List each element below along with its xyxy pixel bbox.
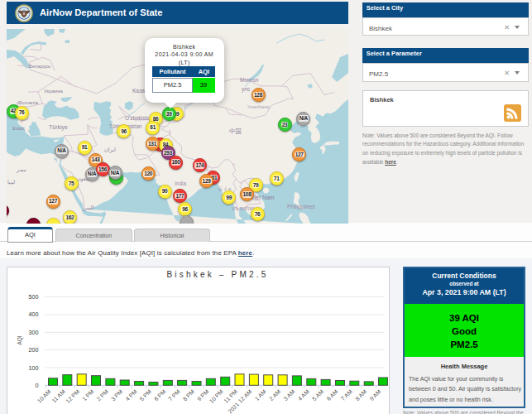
svg-text:4 PM: 4 PM [124,388,138,402]
svg-text:0: 0 [36,382,39,389]
svg-text:Монгол: Монгол [240,77,258,83]
svg-text:Romania: Romania [18,100,39,105]
svg-text:5 PM: 5 PM [139,388,153,402]
svg-text:500: 500 [29,293,39,301]
svg-text:Ελλάς: Ελλάς [12,126,25,131]
svg-text:10 AM: 10 AM [36,388,52,404]
svg-text:100: 100 [29,364,39,372]
svg-text:India: India [175,181,186,186]
svg-text:2 AM: 2 AM [268,388,281,402]
svg-text:11 AM: 11 AM [50,388,66,404]
svg-text:улс: улс [242,86,251,93]
svg-text:300: 300 [29,329,39,336]
svg-text:ليبيا: ليبيا [7,180,15,185]
svg-text:1 PM: 1 PM [81,388,95,402]
svg-text:6 AM: 6 AM [325,388,338,402]
svg-text:AQI: AQI [17,335,23,344]
svg-text:Philippines: Philippines [287,204,315,210]
svg-text:6 PM: 6 PM [153,388,167,402]
svg-text:Bishkek – PM2.5: Bishkek – PM2.5 [166,270,268,279]
svg-text:5 AM: 5 AM [311,388,324,402]
svg-text:12 PM: 12 PM [65,388,80,404]
svg-text:Türkiye: Türkiye [49,124,68,131]
svg-text:中国: 中国 [229,128,242,135]
svg-text:200: 200 [29,346,39,354]
svg-text:مصر: مصر [16,167,26,173]
svg-text:4 AM: 4 AM [297,388,310,402]
svg-text:9 AM: 9 AM [368,388,381,402]
svg-text:Украина: Украина [44,89,64,94]
svg-text:اليمن: اليمن [83,205,94,211]
svg-text:1 AM: 1 AM [254,388,267,402]
svg-text:2 PM: 2 PM [96,388,110,402]
svg-text:ایران: ایران [104,147,116,153]
svg-text:8 PM: 8 PM [182,388,196,402]
svg-text:3 AM: 3 AM [282,388,295,402]
svg-text:400: 400 [29,310,39,318]
svg-text:10 PM: 10 PM [208,388,224,404]
svg-text:Việt Nam: Việt Nam [251,195,275,200]
svg-text:8 AM: 8 AM [354,388,367,402]
svg-text:Каза: Каза [132,88,145,94]
svg-text:3 PM: 3 PM [110,388,124,402]
svg-text:7 PM: 7 PM [167,388,181,402]
svg-text:7 AM: 7 AM [340,388,353,402]
svg-text:Улаанбаатар: Улаанбаатар [247,105,271,109]
svg-text:Беларусь: Беларусь [29,64,50,69]
